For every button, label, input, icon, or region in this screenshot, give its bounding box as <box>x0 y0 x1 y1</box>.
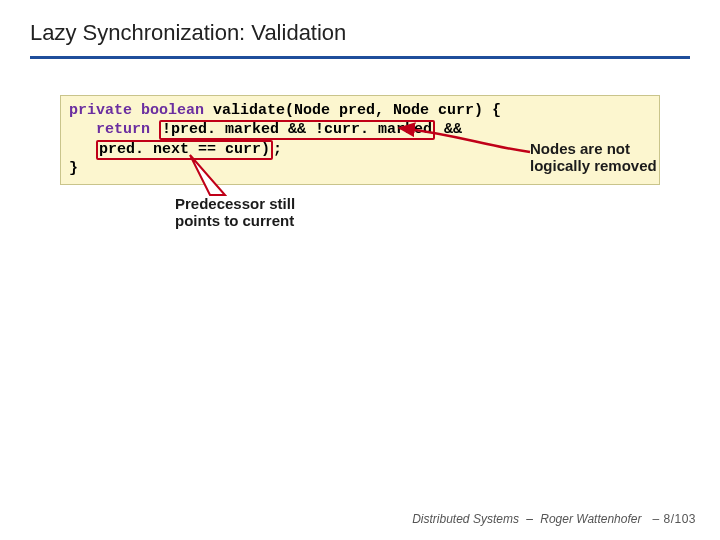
annotation-line: Nodes are not <box>530 140 657 157</box>
code-indent-1 <box>69 121 96 138</box>
annotation-nodes-not-removed: Nodes are not logically removed <box>530 140 657 174</box>
code-fn-decl: validate(Node pred, Node curr) { <box>204 102 501 119</box>
title-rule <box>30 56 690 59</box>
code-after-next: ; <box>273 141 282 158</box>
slide-title: Lazy Synchronization: Validation <box>30 20 346 46</box>
annotation-line: logically removed <box>530 157 657 174</box>
code-indent-2 <box>69 141 96 158</box>
code-after-marked: && <box>435 121 462 138</box>
annotation-line: points to current <box>175 212 295 229</box>
arrow-layer <box>0 0 720 540</box>
code-close: } <box>69 160 78 177</box>
footer-sep: – <box>526 512 533 526</box>
annotation-line: Predecessor still <box>175 195 295 212</box>
footer-course: Distributed Systems <box>412 512 519 526</box>
highlight-marked: !pred. marked && !curr. marked <box>159 120 435 140</box>
keyword-return: return <box>96 121 150 138</box>
footer-page: – 8/103 <box>645 512 696 526</box>
footer-author: Roger Wattenhofer <box>540 512 641 526</box>
keyword-boolean: boolean <box>141 102 204 119</box>
footer: Distributed Systems – Roger Wattenhofer … <box>412 512 696 526</box>
annotation-pred-points-curr: Predecessor still points to current <box>175 195 295 229</box>
keyword-private: private <box>69 102 132 119</box>
code-space <box>150 121 159 138</box>
highlight-next: pred. next == curr) <box>96 140 273 160</box>
